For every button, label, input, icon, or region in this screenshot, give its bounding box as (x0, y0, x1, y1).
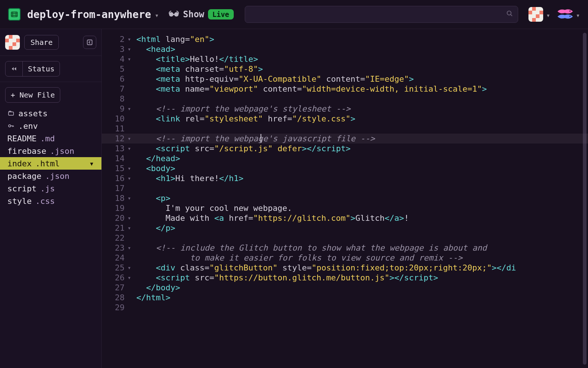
code-content (134, 124, 156, 134)
svg-rect-8 (8, 112, 14, 115)
file-ext: .json (45, 171, 69, 181)
folder-icon (7, 110, 15, 117)
search-input[interactable] (250, 10, 506, 19)
file--env[interactable]: .env (5, 120, 96, 132)
code-line[interactable]: 14 </head> (102, 153, 588, 163)
code-line[interactable]: 12▾ <!-- import the webpage's javascript… (102, 134, 588, 144)
file-package-json[interactable]: package.json (5, 170, 96, 182)
sidebar-top: Share (0, 29, 101, 56)
fold-toggle[interactable]: ▾ (128, 104, 134, 114)
svg-point-4 (507, 11, 511, 15)
file-assets[interactable]: assets (5, 107, 96, 120)
project-name-dropdown[interactable]: deploy-from-anywhere ▾ (27, 8, 159, 21)
show-button[interactable]: Show (183, 9, 204, 20)
line-number: 8 (102, 94, 128, 104)
code-content: Made with <a href="https://glitch.com">G… (134, 213, 409, 223)
code-line[interactable]: 5 <meta charset="utf-8"> (102, 64, 588, 74)
new-file-button[interactable]: + New File (5, 87, 60, 103)
code-content: <title>Hello!</title> (134, 54, 258, 64)
user-menu[interactable]: ▾ (528, 7, 550, 22)
fold-toggle[interactable]: ▾ (128, 273, 134, 283)
code-line[interactable]: 11 (102, 124, 588, 134)
code-line[interactable]: 3▾ <head> (102, 44, 588, 54)
line-number: 2 (102, 34, 128, 44)
code-content (134, 183, 156, 193)
fold-toggle[interactable]: ▾ (128, 243, 134, 253)
file-style-css[interactable]: style.css (5, 195, 96, 207)
text-cursor (261, 134, 261, 143)
fold-toggle[interactable]: ▾ (128, 193, 134, 203)
line-number: 18 (102, 193, 128, 203)
fold-toggle[interactable]: ▾ (128, 44, 134, 54)
code-line[interactable]: 13▾ <script src="/script.js" defer></scr… (102, 144, 588, 153)
code-content: <body> (134, 163, 175, 173)
code-line[interactable]: 28</html> (102, 293, 588, 302)
file-ext: .html (35, 159, 60, 168)
code-line[interactable]: 7 <meta name="viewport" content="width=d… (102, 84, 588, 94)
glitch-logo-icon[interactable] (8, 8, 21, 21)
code-line[interactable]: 21▾ </p> (102, 223, 588, 233)
code-line[interactable]: 2▾<html lang="en"> (102, 34, 588, 44)
status-button[interactable]: Status (22, 61, 60, 76)
code-line[interactable]: 16▾ <h1>Hi there!</h1> (102, 173, 588, 183)
live-chip[interactable]: Live (208, 9, 234, 20)
code-line[interactable]: 29 (102, 302, 588, 312)
code-content: <!-- import the webpage's stylesheet --> (134, 104, 351, 114)
share-button[interactable]: Share (24, 35, 59, 50)
line-number: 12 (102, 134, 128, 144)
code-content: I'm your cool new webpage. (134, 203, 292, 213)
file-name: script (7, 184, 36, 193)
file-README-md[interactable]: README.md (5, 132, 96, 145)
file-name: style (7, 197, 32, 206)
code-line[interactable]: 4▾ <title>Hello!</title> (102, 54, 588, 64)
svg-point-6 (570, 15, 571, 17)
file-script-js[interactable]: script.js (5, 182, 96, 195)
code-line[interactable]: 25▾ <div class="glitchButton" style="pos… (102, 263, 588, 273)
fold-toggle[interactable]: ▾ (128, 223, 134, 233)
file-name: README (7, 134, 36, 143)
fold-toggle[interactable]: ▾ (128, 144, 134, 153)
code-line[interactable]: 27 </body> (102, 283, 588, 293)
scrollbar[interactable] (583, 33, 587, 365)
line-number: 3 (102, 44, 128, 54)
code-editor[interactable]: 2▾<html lang="en">3▾ <head>4▾ <title>Hel… (102, 29, 588, 368)
fold-toggle[interactable]: ▾ (128, 134, 134, 144)
file-index-html[interactable]: index.html▾ (0, 157, 101, 170)
code-line[interactable]: 19 I'm your cool new webpage. (102, 203, 588, 213)
code-line[interactable]: 17 (102, 183, 588, 193)
code-line[interactable]: 22 (102, 233, 588, 243)
file-firebase-json[interactable]: firebase.json (5, 145, 96, 157)
line-number: 24 (102, 253, 128, 263)
chevron-down-icon: ▾ (155, 11, 159, 19)
line-number: 19 (102, 203, 128, 213)
avatar-icon (528, 7, 543, 22)
code-line[interactable]: 8 (102, 94, 588, 104)
collapse-sidebar-button[interactable] (83, 36, 96, 49)
fold-toggle[interactable]: ▾ (128, 163, 134, 173)
community-menu[interactable]: ▾ (557, 8, 580, 21)
code-line[interactable]: 26▾ <script src="https://button.glitch.m… (102, 273, 588, 283)
fold-toggle[interactable]: ▾ (128, 54, 134, 64)
code-line[interactable]: 15▾ <body> (102, 163, 588, 173)
line-number: 4 (102, 54, 128, 64)
code-content: <meta http-equiv="X-UA-Compatible" conte… (134, 74, 414, 84)
code-line[interactable]: 24 to make it easier for folks to view s… (102, 253, 588, 263)
line-number: 14 (102, 153, 128, 163)
search-bar[interactable] (245, 6, 519, 23)
code-content: <p> (134, 193, 171, 203)
code-line[interactable]: 20▾ Made with <a href="https://glitch.co… (102, 213, 588, 223)
code-line[interactable]: 23▾ <!-- include the Glitch button to sh… (102, 243, 588, 253)
fold-toggle[interactable]: ▾ (128, 173, 134, 183)
code-line[interactable]: 9▾ <!-- import the webpage's stylesheet … (102, 104, 588, 114)
code-line[interactable]: 10 <link rel="stylesheet" href="/style.c… (102, 114, 588, 124)
code-line[interactable]: 6 <meta http-equiv="X-UA-Compatible" con… (102, 74, 588, 84)
fold-toggle[interactable]: ▾ (128, 213, 134, 223)
rewind-button[interactable] (6, 61, 22, 76)
project-avatar-icon[interactable] (5, 35, 20, 50)
fold-toggle[interactable]: ▾ (128, 263, 134, 273)
fold-toggle[interactable]: ▾ (128, 34, 134, 44)
sunglasses-icon[interactable] (168, 9, 179, 20)
code-line[interactable]: 18▾ <p> (102, 193, 588, 203)
code-content: <script src="/script.js" defer></script> (134, 144, 351, 153)
code-content (134, 94, 156, 104)
